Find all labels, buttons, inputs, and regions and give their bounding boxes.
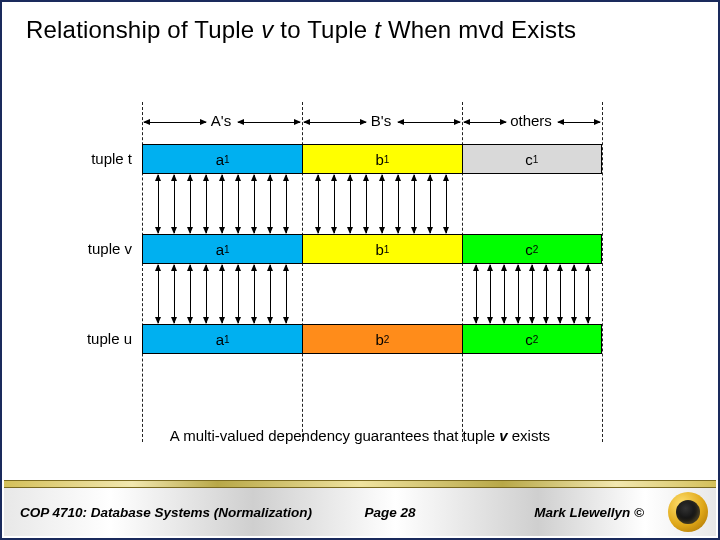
tuple-row-v: a1 b1 c2 [142,234,602,264]
column-divider [602,102,603,442]
tuple-link-arrow [238,265,239,323]
tuple-link-arrow [532,265,533,323]
tuple-link-arrow [518,265,519,323]
title-text: When mvd Exists [381,16,576,43]
tuple-link-arrow [574,265,575,323]
cell-t-c: c1 [462,145,601,173]
cell-u-a: a1 [143,325,302,353]
column-span-arrow [558,122,600,123]
tuple-link-arrow [350,175,351,233]
row-label-v: tuple v [42,240,132,257]
cell-u-b: b2 [302,325,461,353]
column-header-b: B's [366,112,396,129]
tuple-link-arrow [490,265,491,323]
cell-v-b: b1 [302,235,461,263]
row-label-t: tuple t [42,150,132,167]
tuple-link-arrow [334,175,335,233]
footer-separator [4,480,716,488]
tuple-link-arrow [254,175,255,233]
cell-v-c: c2 [462,235,601,263]
diagram-caption: A multi-valued dependency guarantees tha… [2,427,718,444]
tuple-link-arrow [286,265,287,323]
tuple-link-arrow [174,175,175,233]
tuple-link-arrow [222,175,223,233]
title-italic-t: t [374,16,381,43]
mvd-diagram: A's B's others tuple t a1 b1 c1 tuple v … [2,82,718,458]
tuple-link-arrow [158,175,159,233]
tuple-link-arrow [174,265,175,323]
column-span-arrow [464,122,506,123]
tuple-link-arrow [190,175,191,233]
tuple-link-arrow [430,175,431,233]
tuple-link-arrow [398,175,399,233]
title-text: Relationship of Tuple [26,16,261,43]
tuple-row-t: a1 b1 c1 [142,144,602,174]
tuple-link-arrow [382,175,383,233]
tuple-link-arrow [158,265,159,323]
slide: Relationship of Tuple v to Tuple t When … [0,0,720,540]
ucf-logo-icon [668,492,708,532]
tuple-link-arrow [546,265,547,323]
tuple-link-arrow [190,265,191,323]
tuple-link-arrow [222,265,223,323]
tuple-link-arrow [270,175,271,233]
tuple-row-u: a1 b2 c2 [142,324,602,354]
tuple-link-arrow [270,265,271,323]
tuple-link-arrow [504,265,505,323]
tuple-link-arrow [446,175,447,233]
tuple-link-arrow [588,265,589,323]
column-span-arrow [144,122,206,123]
tuple-link-arrow [476,265,477,323]
tuple-link-arrow [286,175,287,233]
footer-bar: COP 4710: Database Systems (Normalizatio… [4,488,716,536]
column-header-others: others [506,112,556,129]
column-span-arrow [398,122,460,123]
tuple-link-arrow [560,265,561,323]
title-text: to Tuple [273,16,374,43]
tuple-link-arrow [366,175,367,233]
cell-v-a: a1 [143,235,302,263]
slide-footer: COP 4710: Database Systems (Normalizatio… [4,480,716,536]
column-span-arrow [304,122,366,123]
tuple-link-arrow [254,265,255,323]
tuple-link-arrow [206,175,207,233]
row-label-u: tuple u [42,330,132,347]
footer-course: COP 4710: Database Systems (Normalizatio… [20,505,312,520]
tuple-link-arrow [318,175,319,233]
column-header-a: A's [206,112,236,129]
column-span-arrow [238,122,300,123]
tuple-link-arrow [238,175,239,233]
cell-t-a: a1 [143,145,302,173]
title-italic-v: v [261,16,273,43]
tuple-link-arrow [206,265,207,323]
slide-title: Relationship of Tuple v to Tuple t When … [2,2,718,52]
tuple-link-arrow [414,175,415,233]
cell-u-c: c2 [462,325,601,353]
cell-t-b: b1 [302,145,461,173]
